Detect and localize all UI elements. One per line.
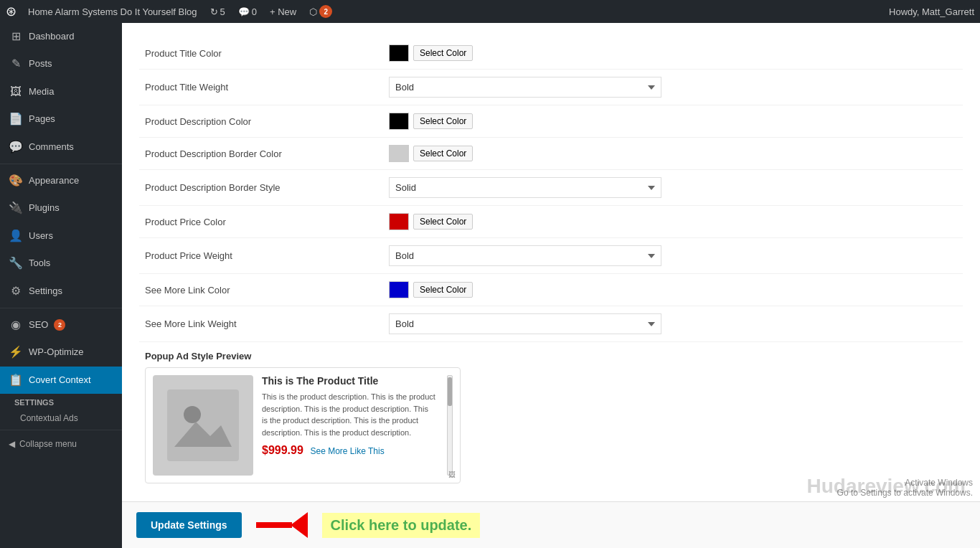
sidebar-item-wp-optimize[interactable]: ⚡ WP-Optimize [0,339,122,366]
wp-logo-icon[interactable]: ⊛ [6,4,17,19]
yoast-item[interactable]: ⬡ 2 [305,0,336,23]
sidebar-item-seo[interactable]: ◉ SEO 2 [0,311,122,339]
sidebar-item-dashboard[interactable]: ⊞ Dashboard [0,23,122,50]
contextual-ads-label: Contextual Ads [20,413,78,423]
seo-badge: 2 [54,319,65,331]
settings-label-product-price-weight: Product Price Weight [139,238,383,274]
settings-control-product-description-border-style: NoneSolidDashedDotted [383,170,963,206]
sidebar-item-pages[interactable]: 📄 Pages [0,105,122,133]
sidebar-item-plugins[interactable]: 🔌 Plugins [0,194,122,222]
yoast-icon: ⬡ [309,6,317,17]
settings-label-product-title-weight: Product Title Weight [139,70,383,105]
settings-row-product-price-weight: Product Price WeightNormalBoldBolderLigh… [139,238,963,274]
sidebar-item-appearance[interactable]: 🎨 Appearance [0,167,122,194]
preview-scrollbar-thumb [448,377,452,406]
dropdown-see-more-link-weight[interactable]: NormalBoldBolderLighter [389,313,661,334]
svg-rect-0 [167,389,239,461]
comments-item[interactable]: 💬 0 [234,0,261,23]
settings-label-product-description-border-color: Product Description Border Color [139,138,383,170]
color-swatch-product-description-color[interactable] [389,113,409,130]
collapse-menu-item[interactable]: ◀ Collapse menu [0,433,122,455]
sidebar-label-plugins: Plugins [29,202,60,214]
dropdown-product-description-border-style[interactable]: NoneSolidDashedDotted [389,177,661,198]
preview-price: $999.99 [262,444,303,456]
bottom-bar: Update Settings Click here to update. [122,501,980,548]
site-name[interactable]: Home Alarm Systems Do It Yourself Blog [24,0,202,23]
preview-title: Popup Ad Style Preview [145,351,963,362]
settings-icon: ⚙ [9,283,23,299]
arrow-indicator [256,512,308,538]
color-swatch-product-title-color[interactable] [389,44,409,62]
settings-row-see-more-link-color: See More Link ColorSelect Color [139,274,963,306]
sidebar-item-media[interactable]: 🖼 Media [0,78,122,105]
sidebar-label-dashboard: Dashboard [29,30,75,43]
comments-icon: 💬 [238,6,250,17]
settings-control-see-more-link-color: Select Color [383,274,963,306]
arrow-shaft [256,522,292,528]
media-icon: 🖼 [9,84,23,100]
settings-control-see-more-link-weight: NormalBoldBolderLighter [383,306,963,342]
dashboard-icon: ⊞ [9,29,23,44]
sidebar-label-wp-optimize: WP-Optimize [29,346,84,359]
sidebar-label-media: Media [29,85,54,98]
preview-section: Popup Ad Style Preview This is The Produ… [139,351,963,483]
tools-icon: 🔧 [9,255,23,271]
color-swatch-product-price-color[interactable] [389,213,409,230]
admin-menu: ⊞ Dashboard ✎ Posts 🖼 Media 📄 Pages 💬 Co… [0,23,122,548]
preview-image [153,375,253,476]
collapse-icon: ◀ [9,439,15,449]
appearance-icon: 🎨 [9,173,23,189]
preview-box: This is The Product Title This is the pr… [145,367,461,483]
howdy-label: Howdy, Matt_Garrett [889,6,974,17]
users-icon: 👤 [9,228,23,244]
dropdown-product-price-weight[interactable]: NormalBoldBolderLighter [389,245,661,266]
settings-control-product-title-weight: NormalBoldBolderLighter [383,70,963,105]
sidebar-item-tools[interactable]: 🔧 Tools [0,250,122,277]
preview-product-title: This is The Product Title [262,375,435,387]
preview-see-more: See More Like This [310,446,384,456]
seo-icon: ◉ [9,317,23,333]
settings-label-see-more-link-color: See More Link Color [139,274,383,306]
select-color-btn-product-description-border-color[interactable]: Select Color [413,146,473,161]
settings-control-product-description-color: Select Color [383,105,963,138]
select-color-btn-product-price-color[interactable]: Select Color [413,214,473,230]
color-swatch-see-more-link-color[interactable] [389,281,409,298]
sidebar-label-settings: Settings [29,285,62,298]
pages-icon: 📄 [9,111,23,127]
select-color-btn-product-description-color[interactable]: Select Color [413,113,473,129]
sidebar-label-covert-context: Covert Context [29,374,91,387]
sidebar-label-posts: Posts [29,57,52,70]
select-color-btn-see-more-link-color[interactable]: Select Color [413,282,473,298]
new-item[interactable]: + New [265,0,301,23]
updates-count: 5 [220,6,225,17]
wp-optimize-icon: ⚡ [9,344,23,360]
comments-nav-icon: 💬 [9,139,23,155]
settings-row-see-more-link-weight: See More Link WeightNormalBoldBolderLigh… [139,306,963,342]
select-color-btn-product-title-color[interactable]: Select Color [413,45,473,61]
settings-row-product-price-color: Product Price ColorSelect Color [139,206,963,238]
sidebar-item-settings[interactable]: ⚙ Settings [0,278,122,305]
sidebar-item-users[interactable]: 👤 Users [0,222,122,250]
settings-control-product-description-border-color: Select Color [383,138,963,170]
collapse-label: Collapse menu [19,439,77,449]
posts-icon: ✎ [9,56,23,72]
dropdown-product-title-weight[interactable]: NormalBoldBolderLighter [389,77,661,98]
updates-item[interactable]: ↻ 5 [206,0,230,23]
settings-row-product-description-color: Product Description ColorSelect Color [139,105,963,138]
updates-icon: ↻ [210,6,218,17]
svg-point-1 [184,406,201,423]
settings-label-product-price-color: Product Price Color [139,206,383,238]
submenu-item-contextual-ads[interactable]: Contextual Ads [0,410,122,427]
new-label: + New [270,6,296,17]
update-settings-button[interactable]: Update Settings [136,512,242,538]
sidebar-label-users: Users [29,230,53,242]
sidebar-item-posts[interactable]: ✎ Posts [0,50,122,77]
sidebar-item-covert-context[interactable]: 📋 Covert Context [0,367,122,394]
sidebar-label-tools: Tools [29,257,50,270]
sidebar-item-comments[interactable]: 💬 Comments [0,133,122,161]
sidebar-label-seo: SEO [29,318,48,331]
settings-label-product-description-color: Product Description Color [139,105,383,138]
click-here-text: Click here to update. [322,513,481,538]
settings-table: Product Title ColorSelect ColorProduct T… [139,37,963,342]
color-swatch-product-description-border-color[interactable] [389,145,409,162]
